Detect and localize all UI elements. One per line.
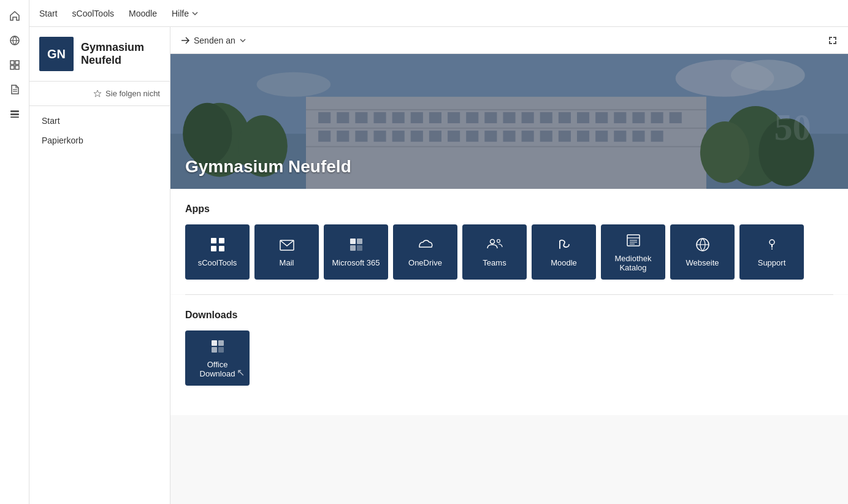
app-label-moodle: Moodle xyxy=(551,258,577,268)
senden-button[interactable]: Senden an xyxy=(180,36,246,45)
follow-button[interactable]: Sie folgen nicht xyxy=(93,89,160,98)
senden-label: Senden an xyxy=(194,36,235,45)
svg-rect-74 xyxy=(357,245,362,251)
grid-icon[interactable] xyxy=(4,54,26,76)
svg-rect-9 xyxy=(10,116,19,118)
app-tile-onedrive[interactable]: OneDrive xyxy=(393,224,457,280)
svg-rect-1 xyxy=(10,61,14,64)
svg-point-76 xyxy=(497,240,500,243)
app-label-onedrive: OneDrive xyxy=(408,258,442,268)
app-label-support: Support xyxy=(758,258,786,268)
svg-rect-88 xyxy=(212,347,217,353)
svg-rect-87 xyxy=(218,340,224,346)
apps-section: Apps sCoolTools xyxy=(170,189,848,294)
apps-section-title: Apps xyxy=(185,204,833,215)
app-label-ms365: Microsoft 365 xyxy=(332,258,380,268)
globe-icon[interactable] xyxy=(4,29,26,52)
app-tile-office-download[interactable]: Office Download ↖ xyxy=(185,330,250,386)
apps-grid: sCoolTools Mail xyxy=(185,224,833,294)
mediothek-icon xyxy=(625,231,642,248)
svg-point-75 xyxy=(490,240,494,244)
app-tile-webseite[interactable]: Webseite xyxy=(670,224,735,280)
app-tile-moodle[interactable]: Moodle xyxy=(532,224,596,280)
downloads-grid: Office Download ↖ xyxy=(185,330,833,400)
support-icon xyxy=(763,236,781,253)
svg-point-85 xyxy=(771,248,773,250)
svg-rect-4 xyxy=(15,66,19,69)
svg-rect-86 xyxy=(212,340,217,346)
svg-text:50: 50 xyxy=(774,107,811,148)
svg-rect-72 xyxy=(357,239,362,244)
page-toolbar: Senden an xyxy=(170,27,848,54)
home-icon[interactable] xyxy=(4,5,26,27)
teams-icon xyxy=(486,236,503,253)
site-header: GN Gymnasium Neufeld xyxy=(29,27,170,82)
svg-rect-67 xyxy=(219,238,224,243)
downloads-section: Downloads Office Download xyxy=(170,295,848,415)
nav-moodle[interactable]: Moodle xyxy=(129,6,157,21)
document-icon[interactable] xyxy=(4,78,26,101)
nav-scooltools[interactable]: sCoolTools xyxy=(72,6,114,21)
moodle-icon xyxy=(556,236,573,253)
scooltools-icon xyxy=(209,236,226,253)
site-logo: GN xyxy=(39,37,74,71)
sidebar xyxy=(0,0,29,504)
svg-rect-7 xyxy=(10,110,19,112)
app-tile-support[interactable]: Support xyxy=(739,224,804,280)
app-label-scooltools: sCoolTools xyxy=(198,258,237,268)
svg-rect-89 xyxy=(218,347,224,353)
nav-hilfe[interactable]: Hilfe xyxy=(172,6,199,21)
app-label-mediothek: Mediothek Katalog xyxy=(606,254,660,273)
follow-label: Sie folgen nicht xyxy=(105,89,160,98)
onedrive-icon xyxy=(417,236,434,253)
app-tile-teams[interactable]: Teams xyxy=(462,224,527,280)
main-container: Start sCoolTools Moodle Hilfe GN Gymnasi… xyxy=(29,0,848,504)
svg-rect-68 xyxy=(211,246,216,251)
svg-rect-8 xyxy=(10,113,19,115)
svg-point-84 xyxy=(770,240,774,245)
svg-rect-66 xyxy=(211,238,216,243)
hero-banner: 50 Gymnasium Neufeld xyxy=(170,54,848,189)
right-content: Senden an xyxy=(170,27,848,504)
app-label-mail: Mail xyxy=(280,258,294,268)
svg-rect-2 xyxy=(15,61,19,64)
app-tile-mediothek[interactable]: Mediothek Katalog xyxy=(601,224,665,280)
leftnav-start[interactable]: Start xyxy=(29,111,170,131)
svg-rect-73 xyxy=(350,245,356,251)
svg-rect-3 xyxy=(10,66,14,69)
leftnav-papierkorb[interactable]: Papierkorb xyxy=(29,131,170,150)
site-title: Gymnasium Neufeld xyxy=(81,41,160,67)
app-label-teams: Teams xyxy=(483,258,506,268)
top-nav: Start sCoolTools Moodle Hilfe xyxy=(29,0,848,27)
mail-icon xyxy=(278,236,296,253)
office-download-icon xyxy=(209,337,226,354)
webseite-icon xyxy=(694,236,711,253)
app-tile-ms365[interactable]: Microsoft 365 xyxy=(324,224,388,280)
expand-icon[interactable] xyxy=(827,34,838,46)
left-nav: Start Papierkorb xyxy=(29,106,170,155)
app-tile-mail[interactable]: Mail xyxy=(254,224,319,280)
nav-start[interactable]: Start xyxy=(39,6,58,21)
left-panel: GN Gymnasium Neufeld Sie folgen nicht St… xyxy=(29,27,170,504)
app-label-webseite: Webseite xyxy=(686,258,719,268)
hero-title: Gymnasium Neufeld xyxy=(185,157,351,177)
downloads-section-title: Downloads xyxy=(185,310,833,321)
ms365-icon xyxy=(348,236,365,253)
app-tile-scooltools[interactable]: sCoolTools xyxy=(185,224,250,280)
svg-rect-69 xyxy=(219,246,224,251)
list-icon[interactable] xyxy=(4,103,26,125)
content-area: GN Gymnasium Neufeld Sie folgen nicht St… xyxy=(29,27,848,504)
cursor-indicator: ↖ xyxy=(237,367,245,378)
svg-rect-71 xyxy=(350,239,356,244)
